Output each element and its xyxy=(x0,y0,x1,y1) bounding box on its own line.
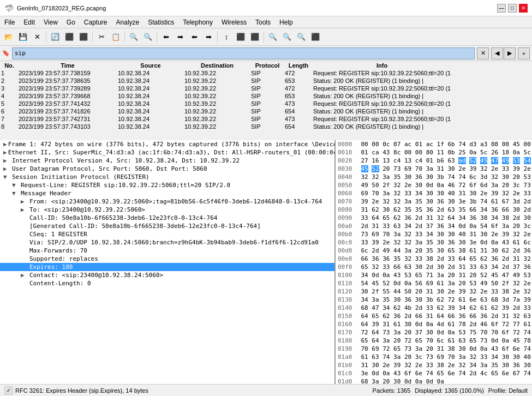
menu-item-wireless[interactable]: Wireless xyxy=(217,17,251,27)
detail-row[interactable]: ▶To: <sip:23400@10.92.39.22:5060> xyxy=(0,206,334,214)
col-header-no: No. xyxy=(1,62,17,69)
zoom-fit-button[interactable]: ↕ xyxy=(220,31,233,44)
next-button[interactable]: ➡ xyxy=(174,31,187,44)
hex-row: 010034 0d 0a 43 53 65 71 3a 20 31 20 52 … xyxy=(336,271,532,279)
detail-row[interactable]: ▶Frame 1: 472 bytes on wire (3776 bits),… xyxy=(0,140,334,148)
filter-clear-button[interactable]: ✕ xyxy=(477,47,489,59)
copy-button[interactable]: 📋 xyxy=(109,31,122,44)
expand-icon[interactable]: ▶ xyxy=(3,141,7,148)
menu-item-go[interactable]: Go xyxy=(62,17,80,27)
hex-row: 008031 62 30 62 35 35 36 2d 63 35 66 34 … xyxy=(336,206,532,214)
status-packets: Packets: 1365 xyxy=(373,387,411,394)
toolbar-separator-4 xyxy=(157,32,157,43)
zoom-in-button[interactable]: 🔍 xyxy=(141,31,154,44)
close-file-button[interactable]: ✕ xyxy=(31,31,44,44)
expand-icon[interactable]: ▶ xyxy=(3,165,11,172)
status-displayed: Displayed: 1365 (100.0%) xyxy=(415,387,484,394)
detail-row[interactable]: ▶Contact: <sip:23400@10.92.38.24:5060> xyxy=(0,271,334,279)
expand-icon[interactable]: ▶ xyxy=(21,198,28,205)
toolbar-separator-3 xyxy=(124,32,125,43)
capture-button[interactable]: ⬛ xyxy=(63,31,76,44)
detail-row[interactable]: [Generated Call-ID: 50e8a10b-6f665238-3d… xyxy=(0,222,334,230)
hex-row: 019070 69 72 65 73 3a 20 31 38 30 0d 0a … xyxy=(336,345,532,353)
find-button[interactable]: 🔍 xyxy=(127,31,140,44)
open-button[interactable]: 📂 xyxy=(2,31,15,44)
main-content: No. Time Source Destination Protocol Len… xyxy=(0,61,532,384)
filter-add-button[interactable]: + xyxy=(518,47,530,59)
hex-row: 01d068 3a 20 30 0d 0a 0d 0a xyxy=(336,377,532,384)
title-controls: — □ ✕ xyxy=(497,4,528,13)
table-row[interactable]: 32023/199 23:57:37.73928910.92.38.2410.9… xyxy=(1,85,451,92)
prev-button[interactable]: ⬅ xyxy=(159,31,172,44)
table-row[interactable]: 62023/199 23:57:37.74182610.92.38.2410.9… xyxy=(1,108,451,115)
table-row[interactable]: 82023/199 23:57:37.74310310.92.38.2410.9… xyxy=(1,123,451,130)
menu-item-help[interactable]: Help xyxy=(275,17,297,27)
expand-icon[interactable]: ▶ xyxy=(21,206,28,213)
detail-row[interactable]: CSeq: 1 REGISTER xyxy=(0,230,334,238)
hex-row: 006069 70 3a 32 33 34 30 30 40 31 30 2e … xyxy=(336,189,532,197)
reload-button[interactable]: 🔄 xyxy=(49,31,62,44)
detail-row[interactable]: ▶Ethernet II, Src: SuperMic_74:d3:a3 (ac… xyxy=(0,148,334,157)
detail-row[interactable]: Content-Length: 0 xyxy=(0,279,334,287)
next2-button[interactable]: ➡ xyxy=(202,31,215,44)
hex-row: 018065 64 3a 20 72 65 70 6c 61 63 65 73 … xyxy=(336,337,532,345)
maximize-button[interactable]: □ xyxy=(508,4,517,13)
close-button[interactable]: ✕ xyxy=(519,4,528,13)
menu-item-file[interactable]: File xyxy=(0,17,19,27)
minimize-button[interactable]: — xyxy=(497,4,506,13)
cut-button[interactable]: ✂ xyxy=(95,31,108,44)
prev2-button[interactable]: ⬅ xyxy=(188,31,201,44)
menu-item-view[interactable]: View xyxy=(39,17,62,27)
detail-row[interactable]: ▼Session Initiation Protocol (REGISTER) xyxy=(0,173,334,181)
zoom-100-button[interactable]: 🔍 xyxy=(295,31,308,44)
expand-icon[interactable]: ▶ xyxy=(21,272,28,279)
detail-row[interactable]: ▶Internet Protocol Version 4, Src: 10.92… xyxy=(0,157,334,165)
detail-row[interactable]: Call-ID: 50e8a10b-6f665238-3deb6-12e23fc… xyxy=(0,214,334,222)
detail-row[interactable]: Max-Forwards: 70 xyxy=(0,247,334,255)
packet-details[interactable]: ▶Frame 1: 472 bytes on wire (3776 bits),… xyxy=(0,140,336,384)
detail-row[interactable]: ▶User Datagram Protocol, Src Port: 5060,… xyxy=(0,165,334,173)
filter-arrow-right[interactable]: ▶ xyxy=(504,47,516,59)
time-button[interactable]: ⬛ xyxy=(309,31,322,44)
table-row[interactable]: 72023/199 23:57:37.74273110.92.38.2410.9… xyxy=(1,116,451,122)
menu-item-telephony[interactable]: Telephony xyxy=(178,17,217,27)
expand-icon[interactable]: ▶ xyxy=(3,157,11,164)
menu-item-edit[interactable]: Edit xyxy=(19,17,39,27)
status-text: RFC 3261: Expires Header (sip.Expires), … xyxy=(15,387,148,394)
table-row[interactable]: 52023/199 23:57:37.74143210.92.38.2410.9… xyxy=(1,100,451,107)
menu-item-tools[interactable]: Tools xyxy=(251,17,275,27)
detail-row[interactable]: ▶From: <sip:23400@10.92.39.22:5060>;tag=… xyxy=(0,197,334,206)
table-row[interactable]: 22023/199 23:57:37.73863510.92.38.2410.9… xyxy=(1,77,451,84)
stop-button[interactable]: ⬛ xyxy=(77,31,90,44)
expand-icon[interactable]: ▼ xyxy=(3,173,11,181)
detail-row[interactable]: Via: SIP/2.0/UDP 10.92.38.24:5060;branch… xyxy=(0,238,334,247)
zoom-button[interactable]: 🔍 xyxy=(266,31,279,44)
colorize-button[interactable]: ⬛ xyxy=(234,31,247,44)
menu-item-analyze[interactable]: Analyze xyxy=(112,17,144,27)
zoom-out-button[interactable]: 🔍 xyxy=(280,31,294,44)
toolbar-separator-5 xyxy=(217,32,218,43)
menu-item-statistics[interactable]: Statistics xyxy=(144,17,178,27)
table-row[interactable]: 12023/199 23:57:37.73815910.92.38.2410.9… xyxy=(1,70,451,76)
packet-list-table: No. Time Source Destination Protocol Len… xyxy=(0,61,452,131)
save-button[interactable]: 💾 xyxy=(16,31,29,44)
table-row[interactable]: 42023/199 23:57:37.73966810.92.38.2410.9… xyxy=(1,93,451,99)
hex-row: 011054 45 52 0d 0a 56 69 61 3a 20 53 49 … xyxy=(336,279,532,287)
io-graph-button[interactable]: ⬛ xyxy=(248,31,261,44)
hex-dump[interactable]: 000000 00 0c 07 ac 01 ac 1f 6b 74 d3 a3 … xyxy=(336,140,532,384)
hex-row: 002027 16 13 c4 13 c4 01 b6 63 ad 52 45 … xyxy=(336,157,532,165)
expand-icon[interactable]: ▼ xyxy=(12,182,20,189)
detail-row[interactable]: ▼Request-Line: REGISTER sip:10.92.39.22:… xyxy=(0,181,334,189)
col-header-destination: Destination xyxy=(184,62,250,69)
detail-row[interactable]: Expires: 180 xyxy=(0,263,334,271)
packet-list-scroll[interactable]: No. Time Source Destination Protocol Len… xyxy=(0,61,532,140)
expand-icon[interactable]: ▼ xyxy=(12,190,20,197)
col-header-length: Length xyxy=(285,62,312,69)
filter-bookmark-icon: 🔖 xyxy=(2,50,10,57)
menu-item-capture[interactable]: Capture xyxy=(80,17,112,27)
detail-row[interactable]: ▼Message Header xyxy=(0,189,334,197)
expand-icon[interactable]: ▶ xyxy=(3,149,7,156)
filter-input[interactable]: sip xyxy=(12,47,475,59)
detail-row[interactable]: Supported: replaces xyxy=(0,255,334,263)
filter-arrow-left[interactable]: ◀ xyxy=(491,47,503,59)
